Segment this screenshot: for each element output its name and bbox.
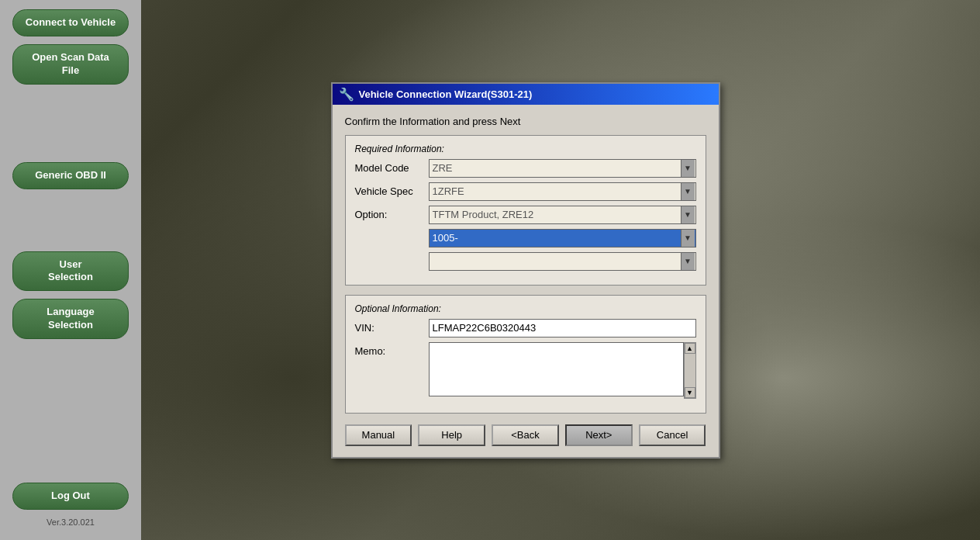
memo-label: Memo:	[355, 345, 429, 357]
option-select-wrapper[interactable]: TFTM Product, ZRE12 ▼	[429, 206, 696, 224]
vin-label: VIN:	[355, 322, 429, 334]
vehicle-spec-label: Vehicle Spec	[355, 185, 429, 197]
memo-scrollbar: ▲ ▼	[684, 342, 696, 399]
model-code-select-wrapper[interactable]: ZRE ▼	[429, 159, 696, 178]
option-row: Option: TFTM Product, ZRE12 ▼	[355, 206, 696, 224]
next-button[interactable]: Next>	[565, 424, 633, 446]
dialog-icon: 🔧	[339, 87, 354, 102]
option-select[interactable]: TFTM Product, ZRE12	[429, 206, 696, 224]
required-section-label: Required Information:	[355, 144, 696, 154]
memo-row: Memo: ▲ ▼	[355, 342, 696, 399]
option-sub2-select[interactable]	[429, 252, 696, 271]
back-button[interactable]: <Back	[492, 424, 559, 446]
dialog-overlay: 🔧 Vehicle Connection Wizard(S301-21) Con…	[0, 0, 980, 540]
vin-row: VIN:	[355, 319, 696, 338]
vin-input[interactable]	[429, 319, 696, 338]
dialog-titlebar: 🔧 Vehicle Connection Wizard(S301-21)	[333, 84, 719, 105]
option-sub2-row: ▼	[355, 252, 696, 271]
model-code-select[interactable]: ZRE	[429, 159, 696, 178]
model-code-label: Model Code	[355, 162, 429, 174]
manual-button[interactable]: Manual	[345, 424, 412, 446]
option-sub1-select[interactable]: 1005-	[429, 229, 696, 248]
vehicle-spec-select-wrapper[interactable]: 1ZRFE ▼	[429, 182, 696, 201]
optional-section-label: Optional Information:	[355, 303, 696, 314]
vehicle-spec-select[interactable]: 1ZRFE	[429, 182, 696, 201]
option-label: Option:	[355, 209, 429, 220]
model-code-row: Model Code ZRE ▼	[355, 159, 696, 178]
required-information-section: Required Information: Model Code ZRE ▼ V…	[345, 135, 706, 286]
memo-textarea-wrapper: ▲ ▼	[429, 342, 696, 399]
vehicle-spec-row: Vehicle Spec 1ZRFE ▼	[355, 182, 696, 201]
cancel-button[interactable]: Cancel	[639, 424, 706, 446]
option-sub1-select-wrapper[interactable]: 1005- ▼	[429, 229, 696, 248]
memo-scrollbar-up[interactable]: ▲	[685, 343, 695, 354]
option-sub1-row: 1005- ▼	[355, 229, 696, 248]
dialog-subtitle: Confirm the Information and press Next	[345, 116, 706, 127]
option-sub2-select-wrapper[interactable]: ▼	[429, 252, 696, 271]
memo-textarea[interactable]	[429, 342, 684, 396]
memo-scrollbar-down[interactable]: ▼	[685, 387, 695, 398]
vehicle-connection-wizard-dialog: 🔧 Vehicle Connection Wizard(S301-21) Con…	[331, 82, 720, 459]
optional-information-section: Optional Information: VIN: Memo: ▲ ▼	[345, 295, 706, 414]
dialog-button-row: Manual Help <Back Next> Cancel	[345, 424, 706, 446]
help-button[interactable]: Help	[418, 424, 485, 446]
dialog-title: Vehicle Connection Wizard(S301-21)	[359, 88, 533, 100]
dialog-body: Confirm the Information and press Next R…	[333, 105, 719, 457]
